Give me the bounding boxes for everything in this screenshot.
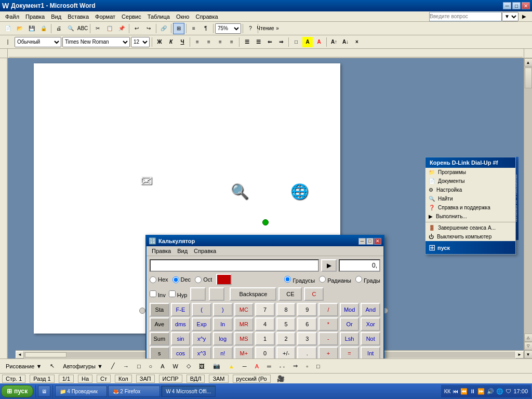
size-select[interactable]: 12 (131, 37, 150, 47)
lsh-btn[interactable]: Lsh (340, 332, 360, 345)
menu-table[interactable]: Таблица (144, 12, 173, 21)
sub-btn[interactable]: - (318, 332, 338, 345)
permission-btn[interactable]: 🔒 (38, 23, 49, 34)
status-recorder-icon[interactable]: 🎥 (277, 375, 285, 382)
textbox-tool-btn[interactable]: A (157, 362, 168, 371)
equals-btn[interactable]: = (340, 347, 360, 358)
align-left-btn[interactable]: ≡ (192, 37, 203, 47)
drawing-menu-btn[interactable]: Рисование ▼ (2, 362, 45, 371)
s-btn[interactable]: s (150, 347, 169, 358)
div-btn[interactable]: / (318, 303, 338, 316)
hscroll-left-btn[interactable]: ◄ (16, 351, 24, 358)
rect-tool-btn[interactable]: □ (134, 362, 144, 371)
sta-btn[interactable]: Sta (150, 303, 169, 316)
smp-documents[interactable]: 📄 Документы (425, 177, 515, 185)
xor-btn[interactable]: Xor (361, 317, 380, 331)
dec-radio[interactable] (172, 276, 179, 283)
printpreview-btn[interactable]: 🔍 (65, 23, 76, 34)
not-btn[interactable]: Not (361, 332, 380, 345)
backspace-button[interactable]: Backspace (230, 287, 276, 301)
radians-radio[interactable] (319, 276, 326, 283)
font-select[interactable]: Times New Roman (62, 37, 130, 47)
smp-run[interactable]: ▶ Выполнить... (425, 212, 515, 221)
wordart-btn[interactable]: W (169, 362, 182, 371)
hyperlink-btn[interactable]: 🔗 (158, 23, 169, 34)
dash-style-btn[interactable]: - - (276, 362, 288, 371)
smp-find[interactable]: 🔍 Найти (425, 194, 515, 203)
globe-icon-area[interactable]: 🌐 (291, 183, 308, 200)
grads-radio-label[interactable]: Грады (355, 276, 380, 284)
int-btn[interactable]: Int (361, 347, 380, 358)
paragraph-btn[interactable]: ¶ (200, 23, 211, 34)
menu-tools[interactable]: Сервис (118, 12, 144, 21)
menu-file[interactable]: Файл (2, 12, 22, 21)
oct-radio-label[interactable]: Oct (195, 276, 212, 283)
ellipse-tool-btn[interactable]: ○ (145, 362, 156, 371)
image-btn[interactable]: 📷 (209, 361, 224, 371)
align-justify-btn[interactable]: ≡ (227, 37, 237, 47)
fillcolor-btn[interactable]: ▲ (225, 362, 238, 371)
underline-btn[interactable]: Ч (177, 37, 188, 47)
fmt-left-icon[interactable]: | (2, 36, 14, 48)
taskbar-explorer-btn[interactable]: 📁 4 Проводник (55, 385, 107, 397)
add-btn[interactable]: + (318, 347, 338, 358)
media-prev-icon[interactable]: ⏪ (460, 388, 468, 395)
inv-checkbox-label[interactable]: Inv (150, 290, 166, 298)
fontsize-dec-btn[interactable]: A↓ (340, 37, 351, 47)
print-btn[interactable]: 🖨 (53, 23, 64, 34)
mplus-btn[interactable]: M+ (234, 347, 254, 358)
vertical-scrollbar[interactable]: ▲ △ ▽ ▼ (524, 58, 532, 358)
vscroll-track[interactable] (524, 66, 532, 334)
smp-logoff[interactable]: 🚪 Завершение сеанса А... (425, 223, 515, 232)
increase-indent-btn[interactable]: ⇒ (276, 37, 286, 47)
menu-insert[interactable]: Вставка (64, 12, 92, 21)
open-btn[interactable]: 📂 (14, 23, 25, 34)
shadow-btn[interactable]: ▫ (302, 362, 312, 371)
vscroll-up-btn[interactable]: ▲ (524, 58, 533, 66)
help-search-input[interactable] (429, 12, 502, 21)
4-btn[interactable]: 4 (255, 317, 275, 331)
linestyle-btn[interactable]: ═ (263, 362, 275, 371)
italic-btn[interactable]: К (166, 37, 176, 47)
c-button[interactable]: C (304, 287, 324, 301)
save-btn[interactable]: 💾 (26, 23, 37, 34)
read-btn[interactable]: Чтение (260, 23, 271, 34)
align-center-btn[interactable]: ≡ (204, 37, 214, 47)
sin-btn[interactable]: sin (171, 332, 191, 345)
extra-btn-1[interactable] (190, 287, 206, 301)
clear-format-btn[interactable]: × (352, 37, 362, 47)
mc-btn[interactable]: MC (234, 303, 254, 316)
6-btn[interactable]: 6 (297, 317, 317, 331)
align-right-btn[interactable]: ≡ (215, 37, 225, 47)
menu-window[interactable]: Окно (173, 12, 193, 21)
ms-btn[interactable]: MS (234, 332, 254, 345)
smp-bottom[interactable]: ⊞ пуск (425, 241, 515, 254)
close-button[interactable]: ✕ (522, 2, 530, 9)
1-btn[interactable]: 1 (255, 332, 275, 345)
sum-btn[interactable]: Sum (150, 332, 169, 345)
smp-shutdown[interactable]: ⏻ Выключить компьютер (425, 232, 515, 241)
linecolor-btn[interactable]: ─ (239, 362, 250, 371)
vscroll-down-btn[interactable]: ▼ (524, 350, 533, 358)
media-player-icon[interactable]: ⏮ (453, 388, 458, 394)
undo-btn[interactable]: ↩ (131, 23, 142, 34)
extra-btn-2[interactable] (209, 287, 224, 301)
new-btn[interactable]: 📄 (2, 23, 14, 34)
cos-btn[interactable]: cos (171, 347, 191, 358)
redo-btn[interactable]: ↪ (143, 23, 154, 34)
decimal-btn[interactable]: . (297, 347, 317, 358)
show-desktop-btn[interactable]: 🖥 (38, 385, 50, 397)
calc-maximize-btn[interactable]: □ (366, 238, 374, 245)
dec-radio-label[interactable]: Dec (172, 276, 191, 283)
ave-btn[interactable]: Ave (150, 317, 169, 331)
5-btn[interactable]: 5 (276, 317, 296, 331)
grads-radio[interactable] (355, 276, 362, 283)
log-btn[interactable]: log (213, 332, 233, 345)
autoshapes-btn[interactable]: Автофигуры ▼ (59, 362, 107, 371)
envelope-icon-area[interactable]: ✉ (138, 172, 154, 189)
media-play-icon[interactable]: ⏸ (470, 388, 475, 394)
calc-close-btn[interactable]: ✕ (374, 238, 381, 245)
cut-btn[interactable]: ✂ (92, 23, 103, 34)
magnifier-icon-area[interactable]: 🔍 (231, 183, 248, 200)
taskbar-firefox-btn[interactable]: 🦊 2 Firefox (108, 385, 160, 397)
